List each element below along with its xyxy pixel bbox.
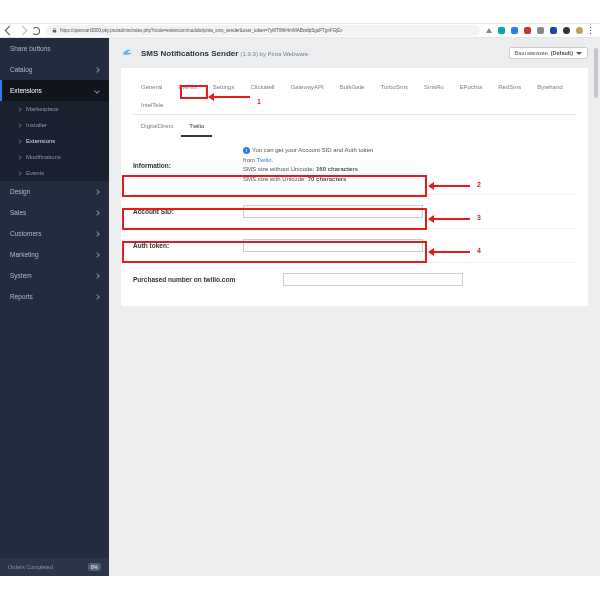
tab-redsms[interactable]: RedSms — [490, 78, 529, 96]
purchased-number-label: Purchased number on twilio.com — [133, 276, 283, 283]
sidebar-item-share-buttons[interactable]: Share buttons — [0, 38, 109, 59]
profile-avatar-icon[interactable] — [576, 27, 583, 34]
sidebar-item-marketing[interactable]: Marketing — [0, 244, 109, 265]
sidebar-item-label: Extensions — [10, 87, 42, 94]
subnav-modifications[interactable]: Modifications — [0, 149, 109, 165]
reload-icon[interactable] — [32, 27, 40, 35]
sidebar-item-customers[interactable]: Customers — [0, 223, 109, 244]
row-information: Information: iYou can get your Account S… — [133, 136, 576, 195]
sidebar-item-system[interactable]: System — [0, 265, 109, 286]
vertical-scrollbar[interactable] — [594, 48, 598, 98]
row-account-sid: Account SID: — [133, 195, 576, 229]
sidebar-item-reports[interactable]: Reports — [0, 286, 109, 307]
browser-chrome: https://opencart3000.pky.pro/admin/index… — [0, 23, 600, 38]
chevron-right-icon — [94, 231, 100, 237]
chevron-right-icon — [17, 171, 21, 175]
main-content: SMS Notifications Sender (1.9.3) by Pint… — [109, 38, 600, 576]
sidebar: Share buttons Catalog Extensions Marketp… — [0, 38, 109, 576]
url-text: https://opencart3000.pky.pro/admin/index… — [60, 28, 343, 33]
tab-settings[interactable]: Settings — [205, 78, 243, 96]
sub-label: Extensions — [26, 138, 55, 144]
info-line3b: 70 characters — [308, 176, 347, 182]
chevron-right-icon — [17, 155, 21, 159]
tab-clickatell[interactable]: Clickatell — [242, 78, 282, 96]
sidebar-footer: Orders Completed 0% — [0, 558, 109, 576]
ext-icon-2[interactable] — [511, 27, 518, 34]
tab-general[interactable]: General — [133, 78, 170, 96]
row-purchased-number: Purchased number on twilio.com — [133, 263, 576, 296]
info-line3: SMS size with Unicode: — [243, 176, 308, 182]
chevron-right-icon — [94, 273, 100, 279]
info-line1b: from — [243, 157, 257, 163]
chevron-right-icon — [94, 210, 100, 216]
tab-turbosms[interactable]: TurboSms — [372, 78, 415, 96]
sub-label: Events — [26, 170, 44, 176]
sub-label: Modifications — [26, 154, 61, 160]
info-line1a: You can get your Account SID and Auth to… — [252, 147, 373, 153]
info-line2: SMS size without Unicode: — [243, 166, 316, 172]
chevron-right-icon — [17, 107, 21, 111]
sidebar-item-label: Marketing — [10, 251, 39, 258]
tab-bytehand[interactable]: Bytehand — [529, 78, 570, 96]
version-text: (1.9.3) by Pinta Webware — [241, 51, 309, 57]
store-value: (Default) — [551, 50, 573, 56]
sidebar-item-design[interactable]: Design — [0, 181, 109, 202]
subnav-marketplace[interactable]: Marketplace — [0, 101, 109, 117]
tab-epochta[interactable]: EPochta — [452, 78, 491, 96]
tab-digitaldirect[interactable]: DigitalDirect — [133, 117, 181, 136]
tab-bulkgate[interactable]: BulkGate — [332, 78, 373, 96]
twilio-link[interactable]: Twilio — [257, 157, 272, 163]
sidebar-item-label: Catalog — [10, 66, 32, 73]
chevron-right-icon — [94, 252, 100, 258]
purchased-number-input[interactable] — [283, 273, 463, 286]
auth-token-input[interactable] — [243, 239, 423, 252]
sidebar-item-label: Sales — [10, 209, 26, 216]
sub-label: Installer — [26, 122, 47, 128]
tab-smsru[interactable]: SmsRu — [416, 78, 452, 96]
blank-region-bottom — [0, 576, 600, 600]
subnav-events[interactable]: Events — [0, 165, 109, 181]
ext-icon-3[interactable] — [524, 27, 531, 34]
page-title: SMS Notifications Sender (1.9.3) by Pint… — [141, 49, 308, 58]
app-body: Share buttons Catalog Extensions Marketp… — [0, 38, 600, 576]
sidebar-item-sales[interactable]: Sales — [0, 202, 109, 223]
footer-label: Orders Completed — [8, 564, 53, 570]
settings-card: General Events Settings Clickatell Gatew… — [121, 68, 588, 306]
subnav-extensions[interactable]: Extensions — [0, 133, 109, 149]
bookmark-star-icon[interactable] — [486, 28, 492, 33]
ext-icon-6[interactable] — [563, 27, 570, 34]
sidebar-item-catalog[interactable]: Catalog — [0, 59, 109, 80]
sub-label: Marketplace — [26, 106, 59, 112]
ext-icon-4[interactable] — [537, 27, 544, 34]
forward-icon[interactable] — [18, 26, 28, 36]
sidebar-item-extensions[interactable]: Extensions — [0, 80, 109, 101]
back-icon[interactable] — [5, 26, 15, 36]
tab-gatewayapi[interactable]: GatewayAPI — [282, 78, 331, 96]
account-sid-input[interactable] — [243, 205, 423, 218]
sidebar-item-label: System — [10, 272, 32, 279]
tabs-row-2: DigitalDirect Twilio — [133, 117, 576, 136]
chevron-down-icon — [94, 88, 100, 94]
kebab-menu-icon[interactable] — [589, 26, 592, 35]
blank-region-top — [0, 0, 600, 23]
footer-badge: 0% — [88, 563, 101, 571]
tabs-row-1: General Events Settings Clickatell Gatew… — [133, 78, 576, 115]
tab-twilio[interactable]: Twilio — [181, 117, 212, 137]
subnav-installer[interactable]: Installer — [0, 117, 109, 133]
page-header: SMS Notifications Sender (1.9.3) by Pint… — [121, 46, 588, 60]
chevron-right-icon — [94, 189, 100, 195]
tab-events[interactable]: Events — [170, 78, 204, 96]
tab-inteltele[interactable]: IntelTele — [133, 96, 171, 114]
ext-icon-1[interactable] — [498, 27, 505, 34]
account-sid-label: Account SID: — [133, 208, 243, 215]
info-icon: i — [243, 147, 250, 154]
chevron-down-icon — [576, 52, 582, 55]
title-text: SMS Notifications Sender — [141, 49, 238, 58]
info-line2b: 160 characters — [316, 166, 358, 172]
store-selector[interactable]: Ваш магазин (Default) — [509, 47, 588, 59]
row-auth-token: Auth token: — [133, 229, 576, 263]
store-label: Ваш магазин — [515, 50, 548, 56]
sidebar-subnav: Marketplace Installer Extensions Modific… — [0, 101, 109, 181]
url-bar[interactable]: https://opencart3000.pky.pro/admin/index… — [46, 25, 480, 36]
ext-icon-5[interactable] — [550, 27, 557, 34]
